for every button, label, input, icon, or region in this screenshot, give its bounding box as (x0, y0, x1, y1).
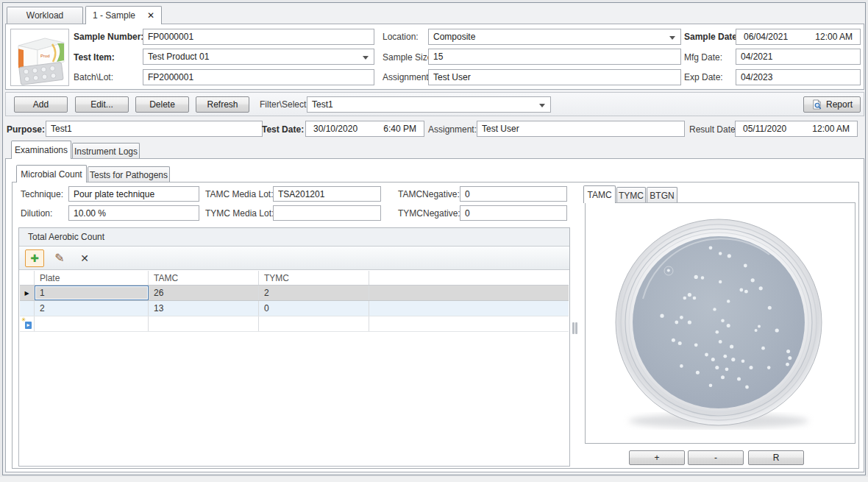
app-window: Workload 1 - Sample ✕ Prod (2, 2, 866, 475)
add-button[interactable]: Add (14, 96, 68, 113)
cell-plate[interactable]: 2 (35, 301, 149, 316)
row-gutter: ✳ ▸ (20, 316, 35, 331)
reset-button[interactable]: R (748, 450, 804, 465)
tab-microbial-count[interactable]: Microbial Count (16, 165, 87, 182)
cell-empty (35, 316, 149, 331)
batch-lot-field[interactable] (143, 69, 374, 85)
cell-tamc[interactable]: 26 (149, 286, 259, 300)
tamc-media-lot-label: TAMC Media Lot: (205, 189, 273, 199)
tab-instrument-logs[interactable]: Instrument Logs (72, 143, 140, 159)
zoom-in-button[interactable]: + (629, 450, 685, 465)
assignment-field[interactable] (428, 69, 681, 85)
splitter-grip-icon (575, 322, 577, 334)
tab-instrument-logs-label: Instrument Logs (74, 146, 138, 157)
close-icon[interactable]: ✕ (147, 10, 154, 21)
grid-header-row: Plate TAMC TYMC (20, 271, 569, 286)
svg-text:Prod: Prod (40, 54, 50, 58)
sample-date-value: 06/04/2021 (744, 32, 788, 42)
product-box-image: Prod (11, 29, 68, 85)
sample-number-field[interactable] (143, 29, 374, 45)
table-row[interactable]: 2 13 0 (20, 301, 569, 316)
sample-image: Prod (10, 29, 69, 86)
test-item-select[interactable]: Test Product 01 (143, 49, 374, 65)
result-date-value: 05/11/2020 (743, 124, 786, 134)
chevron-down-icon (363, 56, 369, 60)
tab-examinations[interactable]: Examinations (11, 141, 71, 159)
current-row-marker-icon: ▶ (24, 290, 29, 297)
tab-btgn-image[interactable]: BTGN (647, 187, 677, 203)
edit-button[interactable]: Edit... (75, 96, 129, 113)
test-date-value: 30/10/2020 (313, 124, 357, 134)
tab-tymc-image[interactable]: TYMC (616, 187, 646, 203)
splitter[interactable] (572, 185, 578, 467)
image-panel: TAMC TYMC BTGN (580, 185, 860, 467)
purpose-field[interactable] (46, 121, 263, 137)
sample-header-panel: Prod Sample Number: Test Item: Test Prod… (5, 24, 864, 90)
purpose-assignment-field[interactable] (477, 121, 685, 137)
exp-date-label: Exp Date: (684, 72, 723, 82)
x-icon: ✕ (80, 252, 89, 264)
technique-label: Technique: (21, 189, 63, 199)
splitter-grip-icon (572, 322, 574, 334)
reset-label: R (773, 453, 780, 463)
table-row[interactable]: ▶ 1 26 2 (20, 286, 569, 301)
refresh-button[interactable]: Refresh (196, 96, 249, 113)
mfg-date-field[interactable] (736, 49, 861, 65)
tab-sample[interactable]: 1 - Sample ✕ (85, 6, 162, 24)
mfg-date-label: Mfg Date: (684, 52, 722, 63)
batch-lot-label: Batch\Lot: (74, 72, 113, 82)
grid-add-button[interactable]: ✚ (25, 249, 44, 267)
grid-header-tamc[interactable]: TAMC (149, 271, 259, 285)
test-date-field[interactable]: 30/10/2020 6:40 PM (305, 121, 424, 137)
exp-date-field[interactable] (736, 69, 861, 85)
test-time-value: 6:40 PM (383, 124, 416, 134)
tymc-media-lot-label: TYMC Media Lot: (205, 208, 274, 219)
filter-select-value: Test1 (312, 99, 333, 110)
tab-tamc-image[interactable]: TAMC (583, 185, 616, 203)
tab-microbial-count-label: Microbial Count (21, 169, 82, 180)
tab-tymc-image-label: TYMC (619, 191, 644, 201)
tamc-negative-field[interactable] (460, 186, 567, 202)
tab-workload[interactable]: Workload (7, 7, 83, 24)
tymc-negative-field[interactable] (460, 205, 567, 221)
tab-tests-for-pathogens[interactable]: Tests for Pathogens (88, 166, 170, 182)
grid-edit-button[interactable]: ✎ (50, 249, 69, 267)
cell-plate[interactable]: 1 (35, 286, 149, 300)
tab-sample-label: 1 - Sample (93, 10, 135, 21)
cell-tymc[interactable]: 2 (259, 286, 369, 300)
cell-tamc[interactable]: 13 (149, 301, 259, 316)
dilution-field[interactable] (68, 205, 199, 221)
cell-tymc[interactable]: 0 (259, 301, 369, 316)
grid-header-tymc[interactable]: TYMC (259, 271, 369, 285)
location-value: Composite (433, 32, 475, 42)
sample-date-label: Sample Date: (684, 32, 740, 42)
sample-number-label: Sample Number: (74, 32, 143, 42)
delete-button-label: Delete (149, 99, 175, 110)
location-select[interactable]: Composite (428, 29, 681, 45)
chevron-down-icon (539, 104, 545, 107)
tamc-media-lot-field[interactable] (273, 186, 381, 202)
tab-tests-for-pathogens-label: Tests for Pathogens (90, 170, 168, 180)
pencil-icon: ✎ (54, 251, 64, 265)
tab-btgn-image-label: BTGN (650, 191, 674, 201)
examinations-page: Microbial Count Tests for Pathogens Tech… (5, 158, 864, 472)
result-date-field[interactable]: 05/11/2020 12:00 AM (735, 121, 858, 137)
new-row[interactable]: ✳ ▸ (20, 316, 569, 332)
sample-size-field[interactable] (428, 49, 681, 65)
tymc-media-lot-field[interactable] (273, 205, 381, 221)
test-item-value: Test Product 01 (148, 52, 209, 62)
plus-icon: ✚ (30, 252, 39, 264)
delete-button[interactable]: Delete (135, 96, 189, 113)
sample-date-field[interactable]: 06/04/2021 12:00 AM (736, 29, 861, 45)
add-button-label: Add (33, 99, 49, 110)
technique-field[interactable] (68, 186, 199, 202)
cell-filler (369, 301, 569, 316)
report-button[interactable]: Report (803, 96, 861, 113)
zoom-out-button[interactable]: - (688, 450, 744, 465)
result-time-value: 12:00 AM (812, 124, 850, 134)
grid-header-plate[interactable]: Plate (35, 271, 149, 285)
grid-delete-button[interactable]: ✕ (75, 249, 94, 267)
row-gutter (20, 301, 35, 316)
plates-grid: Plate TAMC TYMC ▶ 1 26 2 2 (20, 271, 569, 332)
filter-select[interactable]: Test1 (307, 96, 551, 113)
